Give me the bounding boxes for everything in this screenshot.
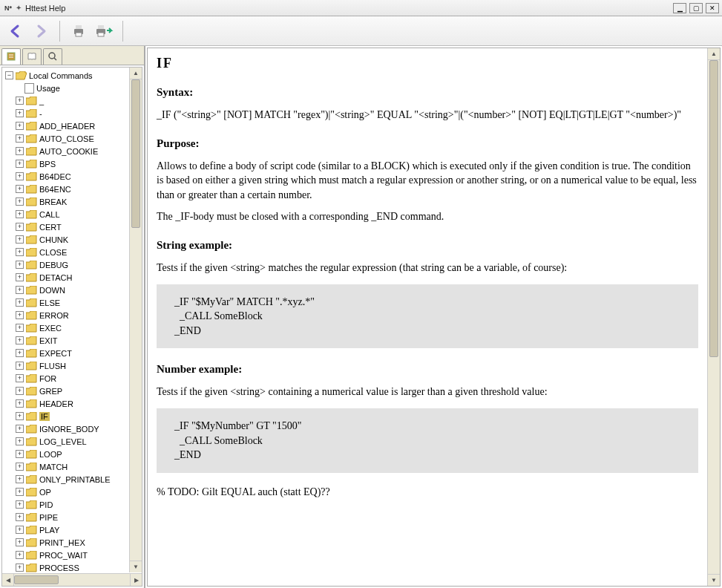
scroll-down-arrow-icon[interactable]: ▼	[708, 574, 720, 586]
tree-item[interactable]: FLUSH	[2, 359, 142, 372]
expand-toggle[interactable]	[16, 248, 24, 256]
tree-item[interactable]: PLAY	[2, 523, 142, 536]
tree-item[interactable]: MATCH	[2, 460, 142, 473]
tree-item[interactable]: IGNORE_BODY	[2, 422, 142, 435]
expand-toggle[interactable]	[16, 412, 24, 420]
expand-toggle[interactable]	[16, 172, 24, 180]
back-button[interactable]	[4, 20, 27, 42]
tree-item[interactable]: LOG_LEVEL	[2, 435, 142, 448]
print-button[interactable]	[68, 20, 90, 42]
tree-item[interactable]: B64ENC	[2, 183, 142, 195]
tree-vertical-scrollbar[interactable]: ▲ ▼	[129, 68, 142, 572]
scroll-right-arrow-icon[interactable]: ▶	[130, 574, 142, 586]
expand-toggle[interactable]	[16, 526, 24, 534]
expand-toggle[interactable]	[16, 197, 24, 206]
expand-toggle[interactable]	[16, 210, 24, 218]
tree-item[interactable]: IF	[2, 410, 142, 422]
tab-index[interactable]	[22, 48, 42, 65]
expand-toggle[interactable]	[16, 311, 24, 319]
expand-toggle[interactable]	[16, 261, 24, 269]
tab-contents[interactable]	[1, 48, 21, 65]
tree-view[interactable]: Local CommandsUsage_-ADD_HEADERAUTO_CLOS…	[2, 68, 142, 586]
expand-toggle[interactable]	[16, 160, 24, 168]
expand-toggle[interactable]	[16, 488, 24, 496]
scroll-up-arrow-icon[interactable]: ▲	[708, 48, 720, 60]
tree-item[interactable]: GREP	[2, 385, 142, 397]
expand-toggle[interactable]	[16, 273, 24, 281]
expand-toggle[interactable]	[16, 437, 24, 445]
minimize-button[interactable]: ▁	[673, 3, 686, 13]
forward-button[interactable]	[30, 20, 52, 42]
tree-item[interactable]: BPS	[2, 157, 142, 170]
expand-toggle[interactable]	[16, 387, 24, 395]
expand-toggle[interactable]	[16, 97, 24, 105]
tree-item[interactable]: DETACH	[2, 271, 142, 284]
tree-item[interactable]: HEADER	[2, 397, 142, 410]
tree-horizontal-scrollbar[interactable]: ◀ ▶	[2, 573, 142, 586]
expand-toggle[interactable]	[16, 122, 24, 130]
tree-item[interactable]: B64DEC	[2, 170, 142, 183]
expand-toggle[interactable]	[16, 362, 24, 370]
tree-item[interactable]: ADD_HEADER	[2, 120, 142, 132]
expand-toggle[interactable]	[16, 513, 24, 521]
tree-item[interactable]: EXIT	[2, 334, 142, 347]
tab-search[interactable]	[43, 48, 62, 65]
tree-item[interactable]: PRINT_HEX	[2, 536, 142, 549]
tree-item[interactable]: PIPE	[2, 511, 142, 523]
tree-item[interactable]: DOWN	[2, 284, 142, 296]
expand-toggle[interactable]	[16, 475, 24, 483]
expand-toggle[interactable]	[16, 538, 24, 546]
maximize-button[interactable]: ▢	[689, 3, 703, 13]
tree-root[interactable]: Local Commands	[2, 69, 142, 82]
expand-toggle[interactable]	[16, 399, 24, 408]
tree-item[interactable]: EXEC	[2, 321, 142, 334]
tree-item[interactable]: BREAK	[2, 195, 142, 208]
tree-item[interactable]: CLOSE	[2, 246, 142, 258]
expand-toggle[interactable]	[16, 349, 24, 357]
tree-item[interactable]: ELSE	[2, 296, 142, 309]
expand-toggle[interactable]	[16, 298, 24, 307]
scroll-up-arrow-icon[interactable]: ▲	[130, 68, 142, 79]
print-preview-button[interactable]	[93, 20, 115, 42]
tree-item[interactable]: PROCESS	[2, 561, 142, 574]
tree-item[interactable]: AUTO_COOKIE	[2, 145, 142, 157]
expand-toggle[interactable]	[16, 500, 24, 509]
scroll-left-arrow-icon[interactable]: ◀	[2, 574, 14, 586]
expand-toggle[interactable]	[16, 147, 24, 155]
expand-toggle[interactable]	[16, 336, 24, 344]
scrollbar-thumb[interactable]	[709, 60, 718, 357]
tree-item[interactable]: ERROR	[2, 309, 142, 321]
tree-item[interactable]: _	[2, 94, 142, 107]
tree-item[interactable]: DEBUG	[2, 258, 142, 271]
expand-toggle[interactable]	[16, 450, 24, 458]
expand-toggle[interactable]	[16, 324, 24, 332]
scroll-down-arrow-icon[interactable]: ▼	[130, 561, 142, 572]
expand-toggle[interactable]	[16, 425, 24, 433]
tree-item[interactable]: PID	[2, 498, 142, 511]
expand-toggle[interactable]	[16, 134, 24, 143]
tree-item[interactable]: EXPECT	[2, 347, 142, 359]
tree-item[interactable]: ONLY_PRINTABLE	[2, 473, 142, 486]
tree-item[interactable]: OP	[2, 486, 142, 498]
tree-item[interactable]: CERT	[2, 220, 142, 233]
expand-toggle[interactable]	[16, 564, 24, 572]
expand-toggle[interactable]	[16, 374, 24, 382]
scrollbar-thumb[interactable]	[131, 79, 140, 228]
expand-toggle[interactable]	[16, 185, 24, 193]
expand-toggle[interactable]	[5, 71, 13, 79]
content-vertical-scrollbar[interactable]: ▲ ▼	[707, 48, 720, 586]
tree-item[interactable]: AUTO_CLOSE	[2, 132, 142, 145]
expand-toggle[interactable]	[16, 223, 24, 231]
tree-item[interactable]: CALL	[2, 208, 142, 220]
close-button[interactable]: ✕	[706, 3, 719, 13]
tree-item-usage[interactable]: Usage	[2, 82, 142, 94]
expand-toggle[interactable]	[16, 286, 24, 294]
tree-item[interactable]: LOOP	[2, 448, 142, 460]
expand-toggle[interactable]	[16, 235, 24, 244]
tree-item[interactable]: CHUNK	[2, 233, 142, 246]
expand-toggle[interactable]	[16, 109, 24, 117]
tree-item[interactable]: -	[2, 107, 142, 120]
expand-toggle[interactable]	[16, 463, 24, 471]
tree-item[interactable]: FOR	[2, 372, 142, 385]
expand-toggle[interactable]	[16, 551, 24, 559]
